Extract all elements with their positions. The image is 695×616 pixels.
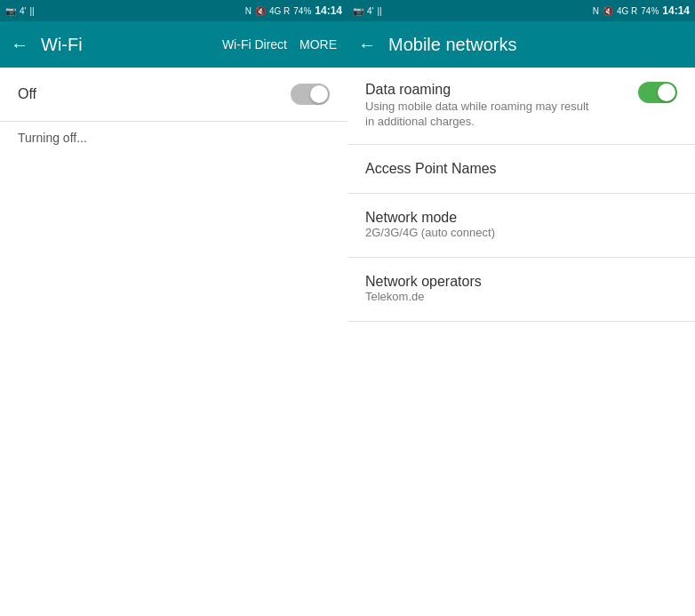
data-roaming-text-group: Data roaming Using mobile data while roa… bbox=[365, 82, 596, 130]
n-icon-right: N bbox=[593, 6, 599, 16]
camera-icon: 📷 bbox=[5, 6, 16, 16]
mobile-networks-title: Mobile networks bbox=[388, 35, 684, 55]
wifi-turning-off-status: Turning off... bbox=[0, 122, 348, 154]
wifi-status-bar: 📷 4' || N 🔇 4G R 74% 14:14 bbox=[0, 0, 348, 21]
data-roaming-subtitle: Using mobile data while roaming may resu… bbox=[365, 100, 596, 130]
data-roaming-row[interactable]: Data roaming Using mobile data while roa… bbox=[348, 68, 695, 145]
mobile-networks-panel: 📷 4' || N 🔇 4G R 74% 14:14 ← Mobile netw… bbox=[348, 0, 695, 616]
data-roaming-title: Data roaming bbox=[365, 82, 596, 98]
signal-bars-left: 4' bbox=[20, 6, 26, 16]
wifi-toggle-row[interactable]: Off bbox=[0, 68, 348, 122]
wifi-off-label: Off bbox=[18, 86, 36, 102]
wifi-time: 14:14 bbox=[315, 4, 342, 17]
data-roaming-toggle[interactable] bbox=[638, 82, 677, 103]
wifi-top-bar: ← Wi-Fi Wi-Fi Direct MORE bbox=[0, 21, 348, 68]
mobile-status-left: 📷 4' || bbox=[353, 6, 382, 16]
mobile-time: 14:14 bbox=[662, 4, 690, 17]
wifi-direct-button[interactable]: Wi-Fi Direct bbox=[222, 37, 287, 52]
mobile-status-bar: 📷 4' || N 🔇 4G R 74% 14:14 bbox=[348, 0, 695, 21]
lte-icon: 4G R bbox=[269, 6, 290, 16]
bars-icon: || bbox=[29, 6, 34, 16]
bars-icon-right: || bbox=[377, 6, 381, 16]
wifi-status-left: 📷 4' || bbox=[5, 6, 35, 16]
wifi-content-area: Off Turning off... bbox=[0, 68, 348, 616]
n-icon: N bbox=[245, 6, 252, 16]
network-mode-subtitle: 2G/3G/4G (auto connect) bbox=[365, 226, 596, 241]
network-operators-subtitle: Telekom.de bbox=[365, 290, 596, 305]
mobile-status-right: N 🔇 4G R 74% 14:14 bbox=[593, 4, 690, 17]
wifi-title: Wi-Fi bbox=[41, 35, 213, 55]
lte-icon-right: 4G R bbox=[617, 6, 637, 16]
data-roaming-inner: Data roaming Using mobile data while roa… bbox=[365, 82, 677, 130]
signal-bars-right: 4' bbox=[367, 6, 373, 16]
wifi-back-button[interactable]: ← bbox=[11, 35, 28, 55]
wifi-actions: Wi-Fi Direct MORE bbox=[222, 37, 337, 52]
access-point-names-title: Access Point Names bbox=[365, 161, 677, 177]
wifi-status-right: N 🔇 4G R 74% 14:14 bbox=[245, 4, 342, 17]
mute-icon-right: 🔇 bbox=[603, 6, 613, 16]
network-operators-row[interactable]: Network operators Telekom.de bbox=[348, 258, 695, 322]
battery-text-right: 74% bbox=[641, 6, 659, 16]
mobile-top-bar: ← Mobile networks bbox=[348, 21, 695, 68]
wifi-more-button[interactable]: MORE bbox=[300, 37, 337, 52]
wifi-panel: 📷 4' || N 🔇 4G R 74% 14:14 ← Wi-Fi Wi-Fi… bbox=[0, 0, 348, 616]
mobile-back-button[interactable]: ← bbox=[358, 35, 376, 55]
mute-icon: 🔇 bbox=[255, 6, 266, 16]
wifi-toggle[interactable] bbox=[291, 84, 330, 105]
network-mode-title: Network mode bbox=[365, 210, 677, 226]
network-operators-title: Network operators bbox=[365, 274, 677, 290]
mobile-settings-content: Data roaming Using mobile data while roa… bbox=[348, 68, 695, 616]
network-mode-row[interactable]: Network mode 2G/3G/4G (auto connect) bbox=[348, 194, 695, 258]
access-point-names-row[interactable]: Access Point Names bbox=[348, 145, 695, 194]
camera-icon-right: 📷 bbox=[353, 6, 363, 16]
battery-text: 74% bbox=[293, 6, 311, 16]
